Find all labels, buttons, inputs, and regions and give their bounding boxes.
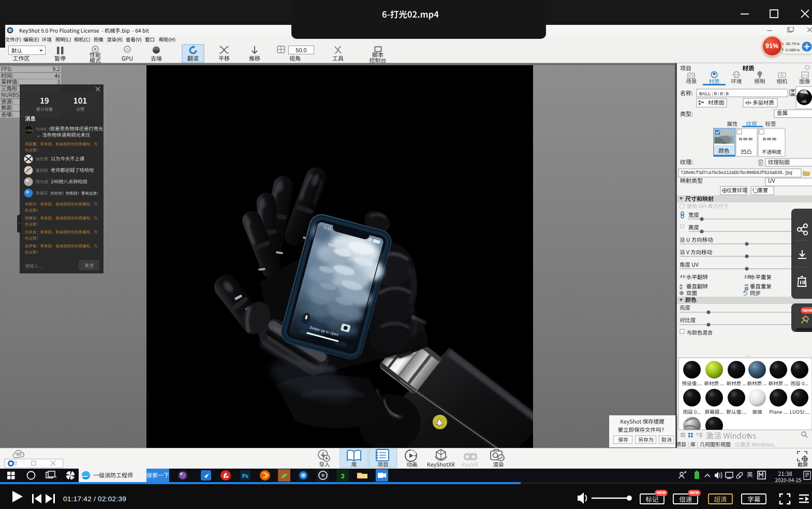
svg-text:i: i [55, 475, 56, 479]
svg-text:YUAN: YUAN [24, 129, 32, 132]
svg-text:...: ... [746, 352, 750, 357]
svg-text:Ps: Ps [242, 473, 249, 479]
svg-text:3: 3 [341, 472, 344, 480]
